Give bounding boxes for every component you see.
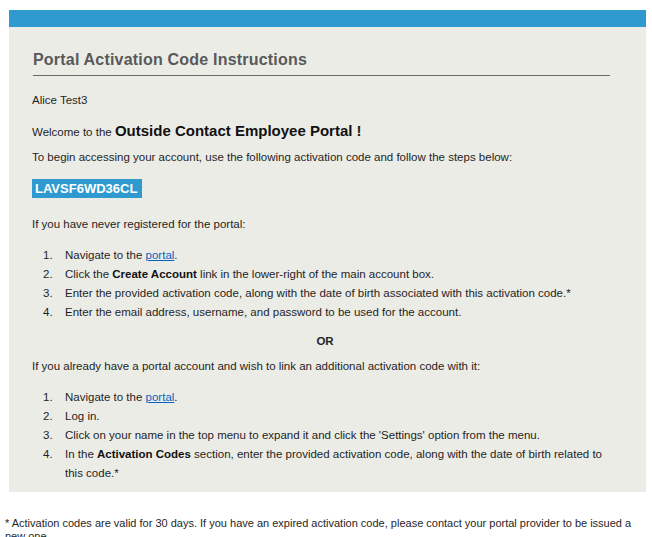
step-text-segment: .: [174, 249, 177, 261]
step-number: 3.: [43, 284, 58, 303]
email-page: Portal Activation Code Instructions Alic…: [0, 0, 652, 537]
new-account-steps: 1. Navigate to the portal. 2. Click the …: [32, 244, 618, 322]
footnote: * Activation codes are valid for 30 days…: [5, 517, 645, 537]
list-item: 4. Enter the email address, username, an…: [32, 303, 618, 322]
existing-account-section-heading: If you already have a portal account and…: [32, 360, 618, 372]
existing-account-steps: 1. Navigate to the portal. 2. Log in. 3.…: [32, 386, 618, 483]
page-title: Portal Activation Code Instructions: [33, 51, 618, 69]
step-text-segment: Navigate to the: [65, 249, 146, 261]
step-text: Navigate to the portal.: [65, 388, 178, 407]
step-text-segment: .: [174, 391, 177, 403]
step-text: Enter the email address, username, and p…: [65, 303, 461, 322]
list-item: 1. Navigate to the portal.: [32, 246, 618, 265]
step-number: 1.: [43, 388, 58, 407]
step-text: Navigate to the portal.: [65, 246, 178, 265]
step-number: 4.: [43, 445, 58, 483]
activation-code: LAVSF6WD36CL: [32, 179, 142, 198]
step-text: Click the Create Account link in the low…: [65, 265, 434, 284]
portal-link[interactable]: portal: [146, 249, 175, 261]
welcome-line: Welcome to the Outside Contact Employee …: [32, 122, 618, 139]
or-separator: OR: [32, 335, 618, 347]
step-text-segment: Navigate to the: [65, 391, 146, 403]
list-item: 2. Log in.: [32, 407, 618, 426]
welcome-prefix: Welcome to the: [32, 126, 115, 138]
list-item: 3. Click on your name in the top menu to…: [32, 426, 618, 445]
step-number: 3.: [43, 426, 58, 445]
recipient-name: Alice Test3: [32, 93, 618, 107]
step-number: 2.: [43, 407, 58, 426]
step-text-segment: In the: [65, 448, 97, 460]
activation-codes-emphasis: Activation Codes: [97, 448, 191, 460]
step-number: 4.: [43, 303, 58, 322]
intro-paragraph: To begin accessing your account, use the…: [32, 150, 618, 164]
welcome-suffix: !: [352, 122, 361, 139]
step-text: Log in.: [65, 407, 100, 426]
step-number: 2.: [43, 265, 58, 284]
activation-code-row: LAVSF6WD36CL: [32, 179, 618, 218]
step-text: Enter the provided activation code, alon…: [65, 284, 571, 303]
portal-name: Outside Contact Employee Portal: [115, 122, 353, 139]
accent-top-bar: [9, 10, 646, 27]
portal-link[interactable]: portal: [146, 391, 175, 403]
step-text-segment: link in the lower-right of the main acco…: [197, 268, 434, 280]
list-item: 2. Click the Create Account link in the …: [32, 265, 618, 284]
email-content-box: Portal Activation Code Instructions Alic…: [9, 27, 646, 492]
create-account-emphasis: Create Account: [112, 268, 197, 280]
new-account-section-heading: If you have never registered for the por…: [32, 218, 618, 230]
title-divider: [33, 75, 610, 76]
step-text: In the Activation Codes section, enter t…: [65, 445, 618, 483]
list-item: 3. Enter the provided activation code, a…: [32, 284, 618, 303]
step-text: Click on your name in the top menu to ex…: [65, 426, 540, 445]
list-item: 1. Navigate to the portal.: [32, 388, 618, 407]
step-number: 1.: [43, 246, 58, 265]
step-text-segment: Click the: [65, 268, 112, 280]
list-item: 4. In the Activation Codes section, ente…: [32, 445, 618, 483]
